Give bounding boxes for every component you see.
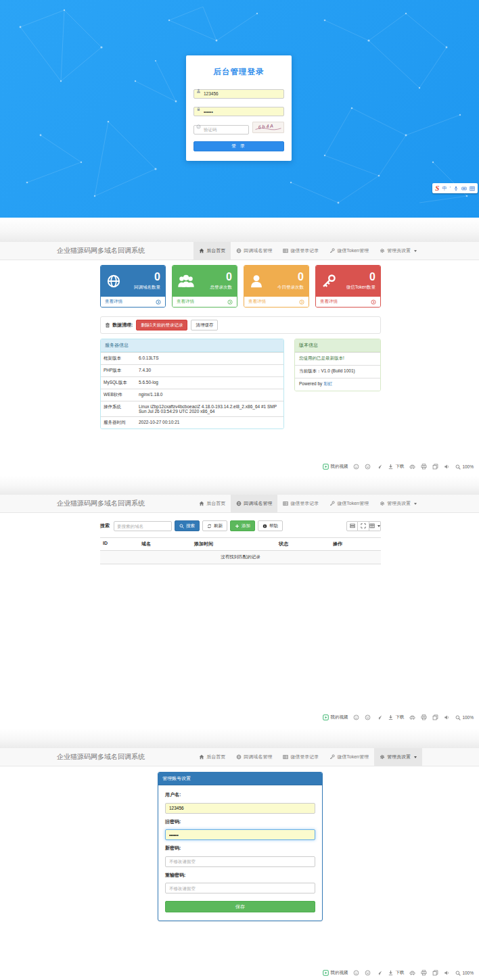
old-password-input[interactable] [165, 829, 315, 840]
plus-icon [235, 524, 240, 529]
print-icon[interactable] [421, 714, 427, 720]
ime-logo[interactable]: S [435, 185, 439, 192]
toolbox-icon[interactable] [470, 186, 475, 191]
search-button[interactable]: 搜索 [175, 520, 200, 531]
stat-footer-link[interactable]: 查看详情 [173, 297, 237, 307]
clear-cache-button[interactable]: 清理缓存 [191, 320, 218, 330]
help-button[interactable]: 帮助 [258, 520, 283, 531]
ime-punctuation-toggle[interactable]: ’ [449, 186, 451, 191]
send-icon[interactable] [376, 464, 382, 470]
captcha-image[interactable]: 6 b 4 A [252, 122, 284, 133]
sticker-icon[interactable] [365, 970, 371, 976]
column-header-status[interactable]: 状态 [276, 538, 330, 550]
server-info-panel: 服务器信息 框架版本6.0.13LTS PHP版本7.4.30 MySQL版本5… [100, 339, 284, 429]
download-button[interactable]: 下载 [388, 970, 404, 976]
my-video-button[interactable]: 我的视频 [323, 970, 348, 976]
chevron-down-icon [414, 250, 417, 252]
send-icon[interactable] [376, 970, 382, 976]
nav-item-token[interactable]: 微信Token管理 [324, 748, 374, 766]
nav-item-domains[interactable]: 回调域名管理 [231, 748, 277, 766]
nav-item-admin-settings[interactable]: 管理员设置 [374, 242, 422, 260]
stat-label: 总登录次数 [210, 285, 233, 291]
navbar: 企业猫源码网多域名回调系统 后台首页 回调域名管理 微信登录记录 微信Token… [0, 495, 479, 513]
columns-button[interactable] [369, 521, 381, 531]
emoji-icon[interactable] [353, 464, 359, 470]
copy-icon[interactable] [432, 970, 438, 976]
sticker-icon[interactable] [365, 714, 371, 720]
table-row: PHP版本7.4.30 [101, 364, 283, 376]
stat-footer-link[interactable]: 查看详情 [101, 297, 165, 307]
nav-item-login-records[interactable]: 微信登录记录 [277, 495, 324, 512]
nav-item-login-records[interactable]: 微信登录记录 [277, 748, 324, 766]
table-row: 服务器时间2022-10-27 00:10:21 [101, 416, 283, 428]
password-input[interactable] [193, 107, 284, 116]
nav-item-admin-settings[interactable]: 管理员设置 [374, 748, 422, 766]
refresh-button[interactable]: 刷新 [202, 520, 227, 531]
chevron-down-icon [378, 525, 380, 527]
user-icon [249, 274, 264, 289]
nav-item-home[interactable]: 后台首页 [193, 242, 231, 260]
copy-icon[interactable] [432, 714, 438, 720]
column-header-domain[interactable]: 域名 [139, 538, 191, 550]
save-button[interactable]: 保存 [165, 901, 315, 912]
toggle-view-button[interactable] [346, 521, 358, 531]
trash-icon [105, 322, 110, 328]
nav-item-login-records[interactable]: 微信登录记录 [277, 242, 324, 260]
login-card: 后台管理登录 6 b 4 A 登 录 [186, 55, 292, 161]
nav-item-token[interactable]: 微信Token管理 [324, 242, 374, 260]
send-icon[interactable] [376, 714, 382, 720]
my-video-button[interactable]: 我的视频 [323, 464, 348, 470]
nav-item-token[interactable]: 微信Token管理 [324, 495, 374, 512]
users-icon [177, 274, 195, 289]
repeat-password-input[interactable] [165, 883, 315, 893]
delete-old-records-button[interactable]: 删除1天前的登录记录 [136, 320, 187, 330]
keyboard-icon[interactable] [461, 186, 467, 191]
admin-settings-page: 企业猫源码网多域名回调系统 后台首页 回调域名管理 微信登录记录 微信Token… [0, 748, 479, 980]
car-icon[interactable] [409, 464, 415, 470]
zoom-control[interactable]: 100% [455, 971, 474, 976]
ime-toolbar[interactable]: S 中 ’ [432, 183, 478, 193]
sound-icon[interactable] [444, 464, 450, 470]
print-icon[interactable] [421, 464, 427, 470]
mic-icon[interactable] [453, 186, 459, 191]
powered-by-link[interactable]: 彩虹 [323, 381, 332, 386]
nav-item-home[interactable]: 后台首页 [193, 495, 231, 512]
sound-icon[interactable] [444, 970, 450, 976]
stat-footer-link[interactable]: 查看详情 [316, 297, 380, 307]
ime-mode-toggle[interactable]: 中 [442, 186, 447, 191]
table-header-row: ID 域名 添加时间 状态 操作 [100, 538, 381, 551]
my-video-button[interactable]: 我的视频 [323, 714, 348, 720]
download-button[interactable]: 下载 [388, 464, 404, 470]
nav-item-home[interactable]: 后台首页 [193, 748, 231, 766]
zoom-control[interactable]: 100% [455, 715, 474, 720]
emoji-icon[interactable] [353, 714, 359, 720]
column-header-added-time[interactable]: 添加时间 [191, 538, 276, 550]
stat-card-total-logins: 0 总登录次数 查看详情 [172, 265, 237, 308]
login-submit-button[interactable]: 登 录 [193, 141, 284, 151]
column-header-actions[interactable]: 操作 [330, 538, 381, 550]
nav-item-admin-settings[interactable]: 管理员设置 [374, 495, 422, 512]
search-input[interactable] [114, 521, 172, 531]
captcha-input[interactable] [193, 125, 249, 134]
add-button[interactable]: 添加 [230, 520, 255, 531]
new-password-input[interactable] [165, 856, 315, 867]
emoji-icon[interactable] [353, 970, 359, 976]
nav-item-domains[interactable]: 回调域名管理 [231, 495, 277, 512]
username-label: 用户名: [165, 791, 315, 798]
sticker-icon[interactable] [365, 464, 371, 470]
video-icon [323, 714, 329, 720]
nav-item-domains[interactable]: 回调域名管理 [231, 242, 277, 260]
username-input[interactable] [193, 89, 284, 99]
username-input[interactable] [165, 803, 315, 814]
zoom-control[interactable]: 100% [455, 464, 474, 470]
print-icon[interactable] [421, 970, 427, 976]
car-icon[interactable] [409, 970, 415, 976]
stat-footer-link[interactable]: 查看详情 [244, 297, 309, 307]
copy-icon[interactable] [432, 464, 438, 470]
sound-icon[interactable] [444, 714, 450, 720]
version-latest-text: 您使用的已是最新版本! [295, 352, 380, 365]
download-button[interactable]: 下载 [388, 714, 404, 720]
column-header-id[interactable]: ID [100, 538, 139, 550]
fullscreen-button[interactable] [358, 521, 369, 531]
car-icon[interactable] [409, 714, 415, 720]
